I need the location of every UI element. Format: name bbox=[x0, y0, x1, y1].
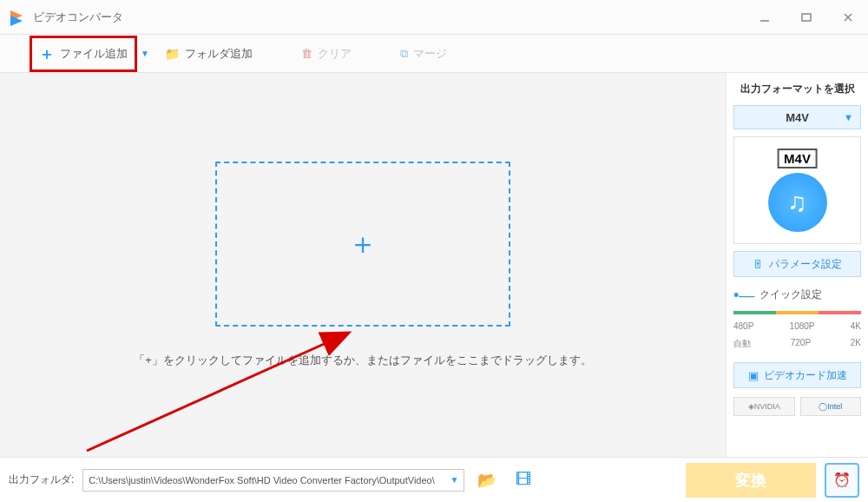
scheduler-button[interactable]: ⏰ bbox=[825, 463, 859, 498]
folder-open-icon: 📂 bbox=[477, 471, 496, 490]
sliders-icon: 🎚 bbox=[753, 258, 764, 271]
close-button[interactable] bbox=[835, 4, 861, 30]
trash-icon: 🗑 bbox=[301, 47, 312, 60]
intel-icon: ◯ bbox=[819, 402, 827, 411]
chip-icon: ▣ bbox=[748, 369, 759, 382]
output-path-value: C:\Users\justin\Videos\WonderFox Soft\HD… bbox=[89, 475, 434, 485]
resolution-row-bottom: 自動720P2K bbox=[733, 338, 861, 350]
format-badge: M4V bbox=[777, 149, 818, 168]
chevron-down-icon: ▼ bbox=[844, 112, 853, 122]
m4v-icon: M4V ♫ bbox=[763, 147, 832, 234]
sidebar: 出力フォーマットを選択 M4V ▼ M4V ♫ 🎚 パラメータ設定 •— クイッ… bbox=[726, 73, 868, 457]
music-note-icon: ♫ bbox=[787, 188, 807, 217]
dropzone-hint: 「+」をクリックしてファイルを追加するか、またはファイルをここまでドラッグします… bbox=[134, 353, 592, 368]
maximize-button[interactable] bbox=[793, 4, 819, 30]
merge-button[interactable]: ⧉ マージ bbox=[393, 43, 454, 65]
arrow-annotation bbox=[78, 316, 373, 464]
intel-chip: ◯ Intel bbox=[800, 397, 862, 416]
sidebar-title: 出力フォーマットを選択 bbox=[733, 82, 861, 96]
minimize-button[interactable] bbox=[752, 4, 778, 30]
add-file-label: ファイル追加 bbox=[60, 46, 128, 62]
app-logo-icon bbox=[7, 8, 26, 27]
add-folder-label: フォルダ追加 bbox=[185, 46, 253, 62]
app-title: ビデオコンバータ bbox=[33, 10, 752, 25]
add-file-dropdown[interactable]: ▼ bbox=[141, 49, 149, 58]
clear-label: クリア bbox=[318, 46, 352, 62]
folder-icon: 📁 bbox=[165, 47, 180, 61]
output-format-select[interactable]: M4V ▼ bbox=[733, 105, 861, 129]
output-path-select[interactable]: C:\Users\justin\Videos\WonderFox Soft\HD… bbox=[82, 469, 464, 492]
output-format-value: M4V bbox=[786, 111, 809, 124]
toolbar: ＋ ファイル追加 ▼ 📁 フォルダ追加 🗑 クリア ⧉ マージ bbox=[0, 35, 868, 73]
dropzone[interactable]: ＋ bbox=[215, 162, 510, 327]
output-folder-label: 出力フォルダ: bbox=[9, 472, 74, 487]
convert-button[interactable]: 変換 bbox=[686, 463, 816, 498]
param-label: パラメータ設定 bbox=[769, 257, 842, 272]
format-preview[interactable]: M4V ♫ bbox=[733, 136, 861, 244]
bottombar: 出力フォルダ: C:\Users\justin\Videos\WonderFox… bbox=[0, 457, 868, 502]
svg-line-4 bbox=[87, 334, 347, 451]
svg-rect-1 bbox=[802, 14, 811, 21]
quick-settings-label: •— クイック設定 bbox=[733, 287, 861, 302]
merge-label: マージ bbox=[413, 46, 447, 62]
nvidia-icon: ◈ bbox=[748, 402, 754, 411]
parameter-settings-button[interactable]: 🎚 パラメータ設定 bbox=[733, 251, 861, 277]
add-file-button[interactable]: ＋ ファイル追加 bbox=[32, 40, 135, 68]
browse-folder-button[interactable]: 📂 bbox=[473, 469, 501, 492]
clear-button[interactable]: 🗑 クリア bbox=[294, 43, 358, 65]
alarm-clock-icon: ⏰ bbox=[833, 472, 851, 488]
nvidia-chip: ◈ NVIDIA bbox=[733, 397, 795, 416]
gpu-label: ビデオカード加速 bbox=[764, 368, 847, 383]
chevron-down-icon: ▼ bbox=[450, 475, 458, 485]
film-icon: 🎞 bbox=[516, 471, 531, 489]
open-output-button[interactable]: 🎞 bbox=[510, 469, 537, 492]
gpu-accel-button[interactable]: ▣ ビデオカード加速 bbox=[733, 362, 861, 388]
drop-area: ＋ 「+」をクリックしてファイルを追加するか、またはファイルをここまでドラッグし… bbox=[0, 73, 726, 457]
highlight-annotation: ＋ ファイル追加 bbox=[30, 36, 137, 72]
convert-label: 変換 bbox=[735, 470, 766, 491]
plus-icon: ＋ bbox=[39, 43, 55, 64]
merge-icon: ⧉ bbox=[400, 47, 408, 61]
dropzone-plus-icon: ＋ bbox=[348, 224, 378, 264]
titlebar: ビデオコンバータ bbox=[0, 0, 868, 35]
resolution-row-top: 480P1080P4K bbox=[733, 321, 861, 331]
resolution-slider[interactable] bbox=[733, 311, 861, 314]
add-folder-button[interactable]: 📁 フォルダ追加 bbox=[158, 43, 260, 65]
